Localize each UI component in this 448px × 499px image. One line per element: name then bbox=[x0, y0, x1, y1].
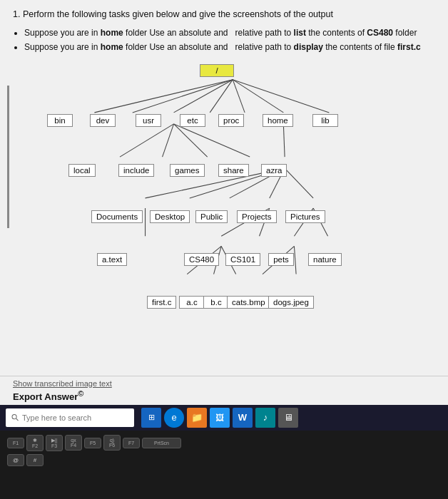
kb-key-f7[interactable]: F7 bbox=[123, 438, 140, 448]
svg-line-26 bbox=[294, 247, 296, 274]
bold-cs480: CS480 bbox=[367, 28, 393, 38]
node-azra: azra bbox=[261, 164, 287, 177]
node-documents: Documents bbox=[91, 210, 143, 223]
svg-line-1 bbox=[133, 80, 233, 113]
search-input[interactable] bbox=[22, 413, 128, 422]
kb-row-special: @ # bbox=[7, 454, 441, 466]
tree-diagram: / bin dev usr etc proc home lib local in… bbox=[27, 61, 441, 289]
bold-firstc: first.c bbox=[397, 42, 421, 52]
node-proc: proc bbox=[218, 114, 244, 127]
q-number: 1. bbox=[13, 9, 20, 19]
taskbar-icon-music[interactable]: ♪ bbox=[255, 408, 275, 428]
taskbar: ⊞ e 📁 🖼 W ♪ 🖥 bbox=[0, 405, 448, 431]
taskbar-icon-folder[interactable]: 📁 bbox=[187, 408, 207, 428]
node-share: share bbox=[218, 164, 249, 177]
taskbar-icon-monitor[interactable]: 🖥 bbox=[278, 408, 298, 428]
taskbar-icons: ⊞ e 📁 🖼 W ♪ 🖥 bbox=[141, 408, 298, 428]
svg-line-8 bbox=[163, 124, 174, 157]
node-etc: etc bbox=[180, 114, 205, 127]
node-catsbmp: cats.bmp bbox=[227, 296, 270, 309]
svg-line-3 bbox=[210, 80, 233, 113]
svg-line-4 bbox=[233, 80, 245, 113]
node-ac: a.c bbox=[179, 296, 205, 309]
node-firstc: first.c bbox=[147, 296, 176, 309]
bold-list: list bbox=[294, 28, 306, 38]
bold-display: display bbox=[294, 42, 323, 52]
taskbar-icon-photos[interactable]: 🖼 bbox=[210, 408, 230, 428]
node-projects: Projects bbox=[237, 210, 277, 223]
kb-key-hash[interactable]: # bbox=[26, 454, 44, 466]
node-cs101: CS101 bbox=[225, 253, 260, 266]
bottom-ui: Show transcribed image text Export Answe… bbox=[0, 376, 448, 405]
search-bar[interactable] bbox=[6, 408, 134, 427]
node-public: Public bbox=[195, 210, 228, 223]
kb-key-prtscn[interactable]: PrtScn bbox=[142, 438, 181, 448]
node-bc: b.c bbox=[203, 296, 229, 309]
kb-key-f1[interactable]: F1 bbox=[7, 438, 24, 448]
export-answer-label[interactable]: Export Answer© bbox=[13, 389, 435, 402]
search-icon bbox=[11, 413, 19, 422]
svg-line-10 bbox=[174, 124, 250, 157]
sidebar-bar bbox=[7, 86, 9, 228]
svg-point-27 bbox=[12, 414, 16, 418]
kb-row-fn: F1 ✱F2 ▶||F3 qxF4 F5 q)F6 F7 PrtScn bbox=[7, 435, 441, 451]
node-nature: nature bbox=[308, 253, 342, 266]
node-pictures: Pictures bbox=[285, 210, 325, 223]
kb-key-f6[interactable]: q)F6 bbox=[103, 435, 121, 451]
q-text: Perform the following tasks given below … bbox=[23, 9, 333, 19]
taskbar-icon-word[interactable]: W bbox=[233, 408, 253, 428]
svg-line-9 bbox=[174, 124, 208, 157]
kb-key-f4[interactable]: qxF4 bbox=[65, 435, 82, 451]
svg-line-0 bbox=[94, 80, 233, 113]
show-transcribed-link[interactable]: Show transcribed image text bbox=[13, 379, 435, 388]
node-games: games bbox=[170, 164, 205, 177]
svg-line-7 bbox=[120, 124, 174, 157]
svg-line-5 bbox=[233, 80, 283, 113]
svg-line-11 bbox=[283, 124, 285, 157]
kb-key-f2[interactable]: ✱F2 bbox=[26, 435, 44, 451]
node-root: / bbox=[200, 64, 234, 77]
taskbar-icon-edge[interactable]: e bbox=[164, 408, 184, 428]
svg-line-28 bbox=[16, 418, 19, 421]
bullet-list: Suppose you are in home folder Use an ab… bbox=[24, 27, 435, 54]
bold-home1: home bbox=[101, 28, 123, 38]
node-bin: bin bbox=[47, 114, 73, 127]
svg-line-2 bbox=[174, 80, 233, 113]
node-desktop: Desktop bbox=[150, 210, 190, 223]
kb-key-f3[interactable]: ▶||F3 bbox=[46, 435, 63, 451]
node-lib: lib bbox=[312, 114, 338, 127]
kb-key-f5[interactable]: F5 bbox=[84, 438, 101, 448]
taskbar-icon-start[interactable]: ⊞ bbox=[141, 408, 161, 428]
node-atext: a.text bbox=[97, 253, 127, 266]
bullet-2: Suppose you are in home folder Use an ab… bbox=[24, 41, 435, 53]
node-home: home bbox=[263, 114, 293, 127]
node-usr: usr bbox=[136, 114, 161, 127]
node-dev: dev bbox=[90, 114, 116, 127]
node-local: local bbox=[68, 164, 96, 177]
node-pets: pets bbox=[268, 253, 294, 266]
svg-line-16 bbox=[285, 168, 313, 198]
keyboard-area: F1 ✱F2 ▶||F3 qxF4 F5 q)F6 F7 PrtScn @ # bbox=[0, 431, 448, 499]
bullet-1: Suppose you are in home folder Use an ab… bbox=[24, 27, 435, 39]
node-include: include bbox=[118, 164, 154, 177]
question-number: 1. Perform the following tasks given bel… bbox=[13, 9, 435, 21]
node-dogsjpeg: dogs.jpeg bbox=[268, 296, 314, 309]
svg-line-6 bbox=[233, 80, 329, 113]
bold-home2: home bbox=[101, 42, 123, 52]
kb-key-at[interactable]: @ bbox=[7, 454, 24, 466]
node-cs480: CS480 bbox=[184, 253, 219, 266]
screen-content: 1. Perform the following tasks given bel… bbox=[0, 0, 448, 376]
